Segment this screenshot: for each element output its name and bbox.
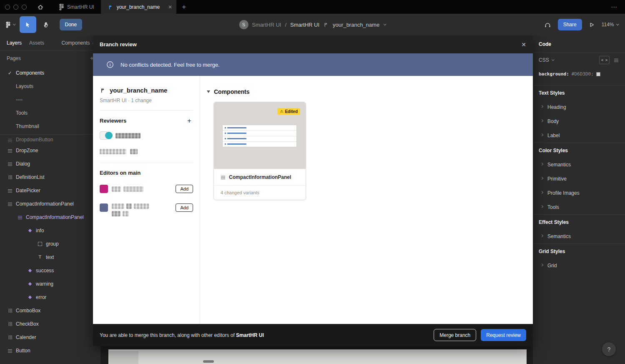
breadcrumb-separator: /: [285, 22, 286, 28]
share-button[interactable]: Share: [558, 19, 582, 30]
layer-item-text[interactable]: text: [0, 251, 100, 264]
chevron-right-icon: [540, 234, 543, 237]
layer-item[interactable]: DropZone: [0, 144, 100, 157]
chevron-right-icon: [540, 163, 543, 166]
section-color-styles[interactable]: Color Styles: [533, 143, 625, 158]
tab-smarthr-ui[interactable]: SmartHR UI: [53, 0, 101, 14]
section-effect-styles[interactable]: Effect Styles: [533, 214, 625, 229]
hand-tool-button[interactable]: [38, 16, 55, 33]
zoom-level: 114%: [602, 22, 614, 28]
editor-row: Add: [100, 203, 193, 216]
autolayout-icon: [8, 161, 13, 166]
layer-item[interactable]: Dialog: [0, 157, 100, 171]
components-section-toggle[interactable]: Components: [207, 88, 533, 95]
page-item-tools[interactable]: Tools: [0, 106, 100, 120]
chevron-right-icon: [540, 133, 543, 136]
done-button[interactable]: Done: [60, 19, 83, 30]
chevron-down-icon[interactable]: [384, 23, 386, 25]
style-item-tools[interactable]: Tools: [533, 200, 625, 214]
hand-icon: [43, 21, 50, 28]
main-menu-button[interactable]: [0, 14, 20, 35]
layer-item[interactable]: Button: [0, 344, 100, 357]
figma-logo-icon: [59, 4, 64, 10]
close-icon[interactable]: ✕: [521, 41, 526, 48]
layer-item-variant[interactable]: warning: [0, 277, 100, 291]
add-editor-button[interactable]: Add: [176, 203, 193, 212]
style-item-profile-images[interactable]: Profile Images: [533, 186, 625, 200]
layer-item-variant[interactable]: info: [0, 224, 100, 237]
layer-item-variant[interactable]: success: [0, 264, 100, 277]
home-button[interactable]: [33, 0, 48, 14]
layer-item[interactable]: DefinitionList: [0, 171, 100, 184]
toolbar: Done S SmartHR UI / SmartHR UI your_bran…: [0, 14, 625, 35]
page-item-components[interactable]: ✓ Components: [0, 66, 100, 80]
horizontal-scrollbar[interactable]: [203, 360, 214, 363]
request-review-button[interactable]: Request review: [481, 329, 526, 341]
autolayout-icon: [8, 188, 13, 193]
merge-branch-button[interactable]: Merge branch: [434, 329, 476, 341]
style-item-effect-semantics[interactable]: Semantics: [533, 229, 625, 244]
tab-layers[interactable]: Layers: [7, 40, 22, 46]
page-item-layouts[interactable]: Layouts: [0, 80, 100, 93]
style-item-grid[interactable]: Grid: [533, 259, 625, 273]
page-item-dashes[interactable]: ----: [0, 93, 100, 106]
layer-item[interactable]: Calender: [0, 331, 100, 344]
list-view-icon[interactable]: [612, 56, 620, 64]
branch-icon: [100, 87, 106, 93]
breadcrumb-file[interactable]: SmartHR UI: [290, 22, 319, 28]
component-preview: ⚠ Edited: [214, 102, 306, 169]
tab-branch[interactable]: your_branch_name ✕: [101, 0, 176, 14]
layer-item[interactable]: DropdownButton: [0, 135, 100, 144]
modal-header: Branch review ✕: [93, 35, 533, 53]
avatar: [100, 203, 108, 212]
chevron-right-icon: [540, 119, 543, 122]
style-item-primitive[interactable]: Primitive: [533, 172, 625, 186]
layer-item[interactable]: CompactInformationPanel: [0, 197, 100, 211]
layer-item[interactable]: ComboBox: [0, 304, 100, 317]
layer-item[interactable]: CheckBox: [0, 317, 100, 331]
layer-item-component-set[interactable]: CompactInformationPanel: [0, 211, 100, 224]
edited-badge: ⚠ Edited: [277, 108, 300, 115]
avatar: [100, 185, 108, 193]
breadcrumb-project[interactable]: SmartHR UI: [252, 22, 281, 28]
page-selector[interactable]: Components: [61, 40, 95, 46]
window-minimize-button[interactable]: [13, 5, 18, 10]
add-editor-button[interactable]: Add: [176, 185, 193, 193]
layer-item-variant[interactable]: error: [0, 291, 100, 304]
more-menu-button[interactable]: ⋯: [611, 3, 617, 11]
close-tab-icon[interactable]: ✕: [168, 4, 172, 10]
move-tool-button[interactable]: [20, 16, 36, 33]
layer-item-group[interactable]: group: [0, 237, 100, 251]
style-item-label[interactable]: Label: [533, 128, 625, 143]
chevron-down-icon: [13, 23, 15, 25]
style-item-body[interactable]: Body: [533, 114, 625, 128]
toolbar-right: Share 114%: [544, 19, 625, 30]
breadcrumb-branch[interactable]: your_branch_name: [333, 22, 379, 28]
help-button[interactable]: ?: [602, 342, 616, 356]
tab-assets[interactable]: Assets: [29, 40, 44, 46]
headphones-icon[interactable]: [544, 21, 552, 28]
redacted-name: [123, 211, 129, 216]
new-tab-button[interactable]: +: [176, 3, 191, 11]
autolayout-icon: [8, 308, 13, 313]
chevron-down-icon[interactable]: [552, 58, 554, 60]
style-item-heading[interactable]: Heading: [533, 100, 625, 114]
layer-item[interactable]: DatePicker: [0, 184, 100, 197]
style-item-semantics[interactable]: Semantics: [533, 158, 625, 172]
changed-component-card[interactable]: ⚠ Edited CompactInformationPanel 4 chang…: [213, 102, 306, 200]
window-close-button[interactable]: [5, 5, 10, 10]
autolayout-icon: [8, 335, 13, 340]
zoom-control[interactable]: 114%: [602, 22, 618, 28]
window-maximize-button[interactable]: [22, 5, 27, 10]
page-item-thumbnail[interactable]: Thumbnail: [0, 120, 100, 133]
css-selector[interactable]: CSS: [539, 57, 549, 63]
home-icon: [37, 4, 44, 10]
present-icon[interactable]: [588, 21, 595, 28]
section-text-styles[interactable]: Text Styles: [533, 85, 625, 100]
color-swatch: [596, 72, 600, 76]
breadcrumb: S SmartHR UI / SmartHR UI your_branch_na…: [239, 14, 386, 35]
component-name-row: CompactInformationPanel: [214, 169, 306, 185]
add-reviewer-button[interactable]: +: [187, 117, 191, 124]
code-view-icon[interactable]: < >: [599, 56, 610, 64]
section-grid-styles[interactable]: Grid Styles: [533, 244, 625, 259]
